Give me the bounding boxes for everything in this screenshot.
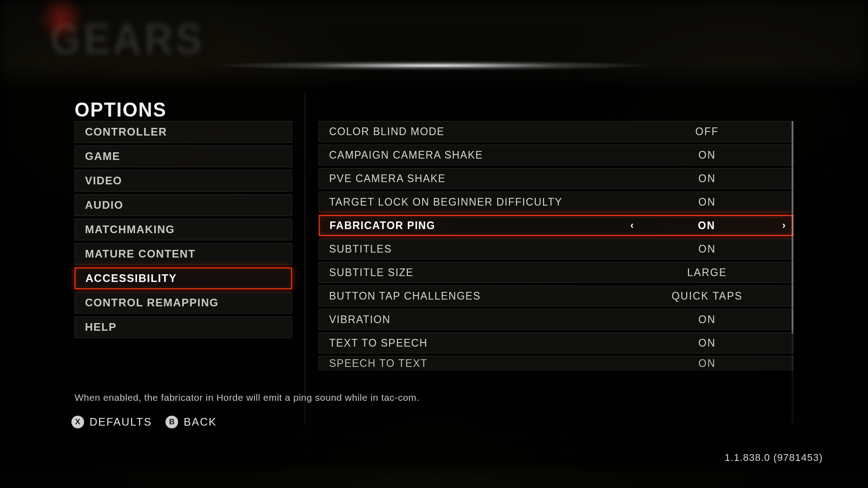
setting-value-wrap: ON <box>621 333 793 353</box>
setting-row[interactable]: VIBRATIONON <box>319 309 793 330</box>
setting-value: ON <box>698 243 716 255</box>
b-button-icon: B <box>165 416 178 428</box>
setting-value-wrap: ON <box>621 239 793 259</box>
category-item[interactable]: HELP <box>75 316 292 338</box>
setting-value-wrap: OFF <box>621 122 793 141</box>
setting-value: ON <box>698 220 716 232</box>
setting-value-wrap: LARGE <box>621 263 793 282</box>
setting-value: LARGE <box>687 267 727 279</box>
category-item[interactable]: ACCESSIBILITY <box>75 267 292 289</box>
setting-label: PVE CAMERA SHAKE <box>329 173 446 185</box>
category-item[interactable]: AUDIO <box>75 194 292 216</box>
setting-label: SPEECH TO TEXT <box>329 357 428 370</box>
setting-row[interactable]: FABRICATOR PINGON‹› <box>319 215 793 236</box>
setting-label: COLOR BLIND MODE <box>329 126 444 138</box>
setting-label: SUBTITLE SIZE <box>329 267 414 279</box>
settings-column: COLOR BLIND MODEOFFCAMPAIGN CAMERA SHAKE… <box>305 93 793 425</box>
setting-value: QUICK TAPS <box>671 290 742 302</box>
setting-row[interactable]: BUTTON TAP CHALLENGESQUICK TAPS <box>319 286 793 306</box>
defaults-label: DEFAULTS <box>90 416 152 428</box>
category-label: VIDEO <box>85 174 122 187</box>
setting-value-wrap: ON <box>621 216 793 235</box>
category-label: HELP <box>85 321 117 333</box>
setting-row[interactable]: SUBTITLE SIZELARGE <box>319 262 793 283</box>
category-label: CONTROL REMAPPING <box>85 296 219 309</box>
setting-value-wrap: ON <box>621 145 793 165</box>
category-item[interactable]: GAME <box>75 145 292 167</box>
category-label: MATCHMAKING <box>85 223 175 236</box>
back-label: BACK <box>184 416 217 428</box>
setting-row[interactable]: SPEECH TO TEXTON <box>319 356 793 371</box>
setting-row[interactable]: COLOR BLIND MODEOFF <box>319 121 793 142</box>
build-version: 1.1.838.0 (9781453) <box>725 452 823 464</box>
category-label: GAME <box>85 150 120 163</box>
footer-prompts: X DEFAULTS B BACK <box>71 416 217 428</box>
setting-value: ON <box>698 173 716 185</box>
setting-label: TEXT TO SPEECH <box>329 337 428 349</box>
category-list: CONTROLLERGAMEVIDEOAUDIOMATCHMAKINGMATUR… <box>75 93 305 425</box>
category-label: AUDIO <box>85 199 123 211</box>
category-item[interactable]: CONTROLLER <box>75 121 292 143</box>
category-item[interactable]: CONTROL REMAPPING <box>75 292 292 314</box>
category-item[interactable]: VIDEO <box>75 170 292 192</box>
setting-label: VIBRATION <box>329 314 391 326</box>
category-item[interactable]: MATCHMAKING <box>75 219 292 240</box>
chevron-right-icon[interactable]: › <box>782 220 786 231</box>
category-label: MATURE CONTENT <box>85 248 196 260</box>
setting-label: TARGET LOCK ON BEGINNER DIFFICULTY <box>329 196 562 208</box>
setting-value-wrap: QUICK TAPS <box>621 286 793 306</box>
settings-list: COLOR BLIND MODEOFFCAMPAIGN CAMERA SHAKE… <box>319 121 793 425</box>
setting-description: When enabled, the fabricator in Horde wi… <box>75 392 793 403</box>
setting-label: FABRICATOR PING <box>330 220 435 232</box>
setting-value-wrap: ON <box>621 169 793 188</box>
x-button-icon: X <box>71 416 84 428</box>
setting-row[interactable]: CAMPAIGN CAMERA SHAKEON <box>319 145 793 165</box>
setting-value: ON <box>698 149 716 161</box>
category-label: CONTROLLER <box>85 126 167 138</box>
setting-value: OFF <box>695 126 719 138</box>
back-button[interactable]: B BACK <box>165 416 217 428</box>
setting-row[interactable]: PVE CAMERA SHAKEON <box>319 168 793 189</box>
setting-label: BUTTON TAP CHALLENGES <box>329 290 481 302</box>
setting-row[interactable]: TARGET LOCK ON BEGINNER DIFFICULTYON <box>319 192 793 212</box>
setting-value: ON <box>698 357 716 370</box>
setting-value-wrap: ON <box>621 357 793 371</box>
setting-row[interactable]: TEXT TO SPEECHON <box>319 333 793 353</box>
chevron-left-icon[interactable]: ‹ <box>630 220 634 231</box>
category-item[interactable]: MATURE CONTENT <box>75 243 292 265</box>
scrollbar-thumb[interactable] <box>792 121 793 333</box>
setting-label: CAMPAIGN CAMERA SHAKE <box>329 149 483 161</box>
category-label: ACCESSIBILITY <box>85 272 177 285</box>
setting-value: ON <box>698 196 716 208</box>
setting-value: ON <box>698 314 716 326</box>
setting-label: SUBTITLES <box>329 243 392 255</box>
setting-value: ON <box>698 337 716 349</box>
defaults-button[interactable]: X DEFAULTS <box>71 416 152 428</box>
background-game-logo: GEARS <box>50 14 205 64</box>
setting-value-wrap: ON <box>621 310 793 329</box>
options-content: CONTROLLERGAMEVIDEOAUDIOMATCHMAKINGMATUR… <box>75 93 793 425</box>
setting-value-wrap: ON <box>621 192 793 212</box>
setting-row[interactable]: SUBTITLESON <box>319 239 793 259</box>
